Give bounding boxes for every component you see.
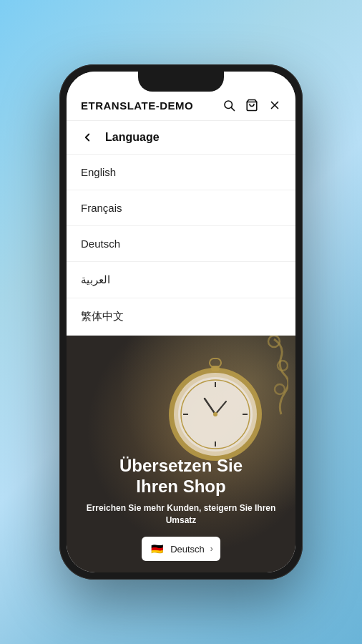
switcher-label: Deutsch (170, 544, 205, 555)
language-switcher[interactable]: 🇩🇪 Deutsch › (142, 537, 220, 561)
bag-icon[interactable] (245, 99, 258, 112)
chain-decoration (245, 336, 288, 421)
flag-icon: 🇩🇪 (149, 541, 165, 557)
header-icons (222, 99, 281, 112)
hero-subtitle: Erreichen Sie mehr Kunden, steigern Sie … (81, 502, 281, 527)
language-menu-title: Language (105, 131, 160, 144)
back-button[interactable] (81, 131, 94, 144)
language-item-ar[interactable]: العربية (67, 262, 295, 298)
phone-notch (138, 72, 224, 92)
app-title: ETRANSLATE-DEMO (81, 99, 193, 112)
hero-section: Übersetzen Sie Ihren Shop Erreichen Sie … (67, 336, 295, 572)
phone-screen: ETRANSLATE-DEMO (67, 72, 295, 572)
search-icon[interactable] (222, 99, 235, 112)
language-item-en[interactable]: English (67, 155, 295, 190)
language-menu-header: Language (67, 121, 295, 155)
svg-line-1 (231, 107, 234, 110)
hero-title: Übersetzen Sie Ihren Shop (81, 456, 281, 497)
language-menu: Language English Français Deutsch العربي… (67, 121, 295, 336)
svg-point-15 (213, 412, 217, 416)
chevron-right-icon: › (210, 544, 213, 554)
close-icon[interactable] (268, 99, 281, 112)
language-item-fr[interactable]: Français (67, 190, 295, 226)
svg-point-20 (275, 384, 285, 394)
language-item-zh[interactable]: 繁体中文 (67, 298, 295, 336)
phone-frame: ETRANSLATE-DEMO (59, 64, 303, 580)
hero-content: Übersetzen Sie Ihren Shop Erreichen Sie … (67, 456, 295, 572)
language-item-de[interactable]: Deutsch (67, 226, 295, 262)
